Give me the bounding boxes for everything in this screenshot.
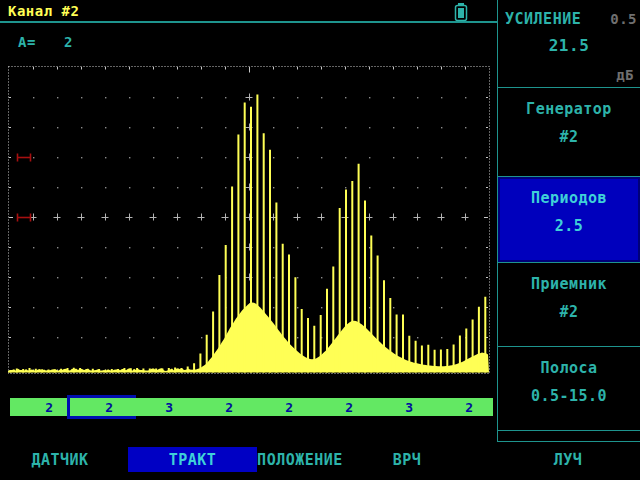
amplitude-readout: A= 2 [18, 34, 36, 50]
gain-unit: дБ [616, 67, 634, 83]
amplitude-value: 2 [64, 34, 73, 50]
menu-tab-4[interactable]: ВРЧ [393, 451, 422, 469]
gain-step: 0.5 [610, 11, 637, 27]
battery-icon [452, 2, 470, 27]
channel-title: Канал #2 [8, 3, 79, 19]
sidebar-item-periods[interactable]: Периодов 2.5 [498, 177, 640, 263]
band-label: Полоса [498, 347, 640, 377]
menu-tab-5[interactable]: ЛУЧ [554, 451, 583, 469]
param-button[interactable]: 2 [430, 398, 493, 416]
generator-value: #2 [498, 118, 640, 146]
param-button[interactable]: 2 [190, 398, 253, 416]
periods-value: 2.5 [498, 207, 640, 235]
gain-value: 21.5 [498, 36, 640, 55]
sidebar-item-gain[interactable]: УСИЛЕНИЕ 0.5 21.5 дБ [498, 0, 640, 88]
periods-label: Периодов [498, 177, 640, 207]
param-button[interactable]: 2 [310, 398, 373, 416]
param-button[interactable]: 2 [67, 395, 136, 419]
sidebar-item-receiver[interactable]: Приемник #2 [498, 263, 640, 347]
amplitude-label: A= [18, 34, 36, 50]
sidebar-item-generator[interactable]: Генератор #2 [498, 88, 640, 177]
a-scan-plot [0, 0, 497, 450]
sidebar: УСИЛЕНИЕ 0.5 21.5 дБ Генератор #2 Период… [497, 0, 640, 442]
param-button[interactable]: 2 [10, 398, 73, 416]
menu-tab-1[interactable]: ДАТЧИК [31, 451, 88, 469]
receiver-label: Приемник [498, 263, 640, 293]
param-button[interactable]: 3 [130, 398, 193, 416]
menu-tab-2[interactable]: ТРАКТ [128, 447, 257, 472]
menu-tab-3[interactable]: ПОЛОЖЕНИЕ [257, 451, 343, 469]
receiver-value: #2 [498, 293, 640, 321]
generator-label: Генератор [498, 88, 640, 118]
band-value: 0.5-15.0 [498, 377, 640, 405]
device-screen: Канал #2 A= 2 22322232 УСИЛЕНИЕ 0.5 21.5… [0, 0, 640, 480]
param-button[interactable]: 3 [370, 398, 433, 416]
param-button[interactable]: 2 [250, 398, 313, 416]
gain-label: УСИЛЕНИЕ [505, 10, 581, 28]
title-underline [0, 21, 497, 23]
sidebar-item-band[interactable]: Полоса 0.5-15.0 [498, 347, 640, 431]
